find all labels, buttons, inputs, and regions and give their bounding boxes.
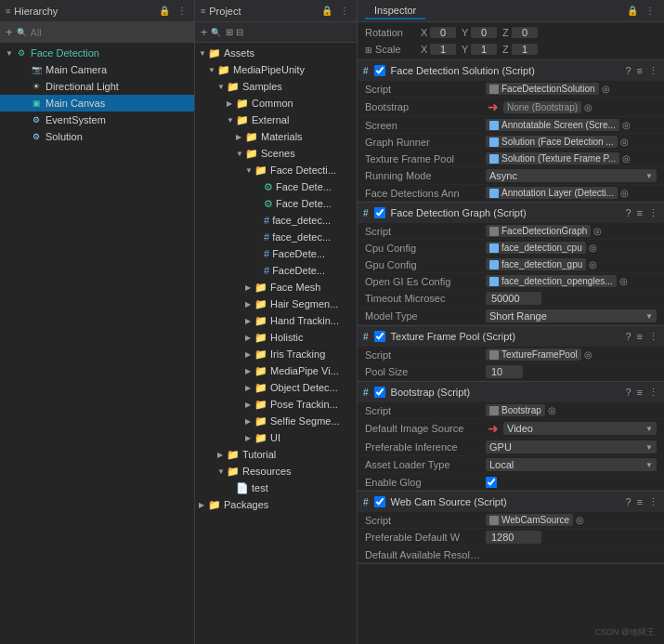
settings-tfp[interactable]: ≡ [637, 331, 643, 343]
ref-fds-graph-runner[interactable]: Solution (Face Detection ... [486, 136, 618, 148]
project-item-scenes[interactable]: ▼ 📁 Scenes [195, 145, 357, 162]
rotation-x-val[interactable]: 0 [430, 27, 456, 38]
project-item-fd5[interactable]: # FaceDete... [195, 245, 357, 262]
ref-bs-script[interactable]: Bootstrap [486, 404, 545, 416]
tab-inspector[interactable]: Inspector [365, 3, 425, 20]
project-item-fd3[interactable]: # face_detec... [195, 212, 357, 229]
hierarchy-add-btn[interactable]: + [6, 25, 13, 39]
project-item-assets[interactable]: ▼ 📁 Assets [195, 45, 357, 61]
ref-fds-bootstrap[interactable]: None (Bootstrap) [503, 101, 581, 113]
checkbox-bs-enable-glog[interactable] [486, 477, 497, 488]
project-item-fd1[interactable]: ⚙ Face Dete... [195, 178, 357, 195]
circle-tfp-script[interactable]: ◎ [584, 349, 592, 360]
ref-fdg-script[interactable]: FaceDetectionGraph [486, 225, 591, 237]
inspector-menu-icon[interactable]: ⋮ [644, 5, 657, 17]
project-item-common[interactable]: ▶ 📁 Common [195, 95, 357, 112]
project-item-pose-trackin[interactable]: ▶ 📁 Pose Trackin... [195, 396, 357, 413]
project-item-fd6[interactable]: # FaceDete... [195, 262, 357, 279]
project-item-ui[interactable]: ▶ 📁 UI [195, 429, 357, 446]
circle-fds-ann[interactable]: ◎ [620, 188, 629, 198]
scale-z-val[interactable]: 1 [512, 44, 538, 55]
project-lock-icon[interactable]: 🔒 [319, 5, 334, 17]
project-item-test[interactable]: 📄 test [195, 480, 357, 496]
project-item-mediapipe-vi[interactable]: ▶ 📁 MediaPipe Vi... [195, 362, 357, 379]
component-texture-frame-pool-header[interactable]: # Texture Frame Pool (Script) ? ≡ ⋮ [358, 326, 664, 347]
hierarchy-lock-icon[interactable]: 🔒 [157, 5, 172, 17]
component-face-detection-graph-header[interactable]: # Face Detection Graph (Script) ? ≡ ⋮ [358, 203, 664, 223]
ref-wcs-script[interactable]: WebCamSource [486, 514, 573, 526]
project-item-object-detec[interactable]: ▶ 📁 Object Detec... [195, 379, 357, 396]
circle-fds-script[interactable]: ◎ [602, 84, 610, 94]
scale-x-val[interactable]: 1 [430, 44, 456, 55]
circle-bs-script[interactable]: ◎ [548, 405, 556, 415]
check-tfp[interactable] [374, 331, 385, 342]
settings-bs[interactable]: ≡ [637, 387, 643, 399]
project-item-tutorial[interactable]: ▶ 📁 Tutorial [195, 446, 357, 463]
project-item-iris-tracking[interactable]: ▶ 📁 Iris Tracking [195, 346, 357, 362]
menu-tfp[interactable]: ⋮ [648, 331, 658, 343]
ref-fds-texture[interactable]: Solution (Texture Frame P... [486, 152, 619, 164]
menu-wcs[interactable]: ⋮ [648, 496, 658, 508]
help-fds[interactable]: ? [625, 65, 631, 77]
ref-fdg-gpu[interactable]: face_detection_gpu [486, 258, 586, 270]
circle-fds-screen[interactable]: ◎ [622, 120, 631, 130]
hierarchy-item-dir-light[interactable]: ☀ Directional Light [0, 78, 194, 95]
value-wcs-pref-default-w[interactable]: 1280 [486, 531, 657, 544]
ref-tfp-script[interactable]: TextureFramePool [486, 348, 581, 361]
project-item-mediapipe[interactable]: ▼ 📁 MediaPipeUnity [195, 61, 357, 78]
text-fdg-timeout[interactable]: 50000 [486, 292, 541, 305]
dropdown-fdg-model-type[interactable]: Short Range ▼ [486, 309, 657, 322]
hierarchy-menu-icon[interactable]: ⋮ [176, 5, 189, 17]
ref-fdg-opengles[interactable]: face_detection_opengles... [486, 275, 617, 287]
circle-fdg-gpu[interactable]: ◎ [589, 259, 597, 269]
circle-fdg-cpu[interactable]: ◎ [589, 243, 597, 253]
help-wcs[interactable]: ? [625, 496, 631, 508]
dropdown-bs-preferable-inference[interactable]: GPU ▼ [486, 440, 657, 453]
check-fds[interactable] [374, 65, 385, 76]
project-item-face-detecti[interactable]: ▼ 📁 Face Detecti... [195, 162, 357, 178]
dropdown-fds-running-mode[interactable]: Async ▼ [486, 169, 657, 182]
hierarchy-item-eventsystem[interactable]: ⚙ EventSystem [0, 112, 194, 128]
circle-fdg-script[interactable]: ◎ [593, 226, 602, 236]
ref-fds-script[interactable]: FaceDetectionSolution [486, 83, 599, 95]
hierarchy-search-input[interactable] [31, 27, 189, 38]
value-fdg-timeout[interactable]: 50000 [486, 292, 657, 305]
text-tfp-pool-size[interactable]: 10 [486, 365, 523, 378]
check-bs[interactable] [374, 387, 385, 398]
circle-fds-bootstrap[interactable]: ◎ [584, 102, 592, 112]
check-fdg[interactable] [374, 207, 385, 218]
hierarchy-item-main-canvas[interactable]: ▣ Main Canvas [0, 95, 194, 112]
menu-fdg[interactable]: ⋮ [648, 207, 658, 219]
hierarchy-item-solution[interactable]: ⚙ Solution [0, 128, 194, 145]
inspector-lock-icon[interactable]: 🔒 [625, 5, 640, 17]
settings-wcs[interactable]: ≡ [637, 496, 643, 508]
circle-fds-graph-runner[interactable]: ◎ [620, 137, 629, 147]
project-item-holistic[interactable]: ▶ 📁 Holistic [195, 329, 357, 346]
project-item-face-mesh[interactable]: ▶ 📁 Face Mesh [195, 279, 357, 296]
project-item-fd2[interactable]: ⚙ Face Dete... [195, 195, 357, 212]
project-item-packages[interactable]: ▶ 📁 Packages [195, 496, 357, 513]
component-bootstrap-header[interactable]: # Bootstrap (Script) ? ≡ ⋮ [358, 382, 664, 402]
dropdown-bs-default-image[interactable]: Video ▼ [503, 422, 657, 435]
circle-fds-texture[interactable]: ◎ [622, 153, 631, 164]
hierarchy-item-main-camera[interactable]: 📷 Main Camera [0, 61, 194, 78]
value-tfp-pool-size[interactable]: 10 [486, 365, 657, 378]
ref-fds-ann[interactable]: Annotation Layer (Detecti... [486, 187, 618, 199]
project-item-materials[interactable]: ▶ 📁 Materials [195, 128, 357, 145]
component-web-cam-source-header[interactable]: # Web Cam Source (Script) ? ≡ ⋮ [358, 492, 664, 512]
ref-fds-screen[interactable]: Annotatable Screen (Scre... [486, 119, 619, 131]
project-item-fd4[interactable]: # face_detec... [195, 229, 357, 245]
ref-fdg-cpu[interactable]: face_detection_cpu [486, 242, 586, 254]
project-icon1[interactable]: ⊞ [226, 27, 233, 37]
project-item-samples[interactable]: ▼ 📁 Samples [195, 78, 357, 95]
menu-bs[interactable]: ⋮ [648, 387, 658, 399]
project-item-resources[interactable]: ▼ 📁 Resources [195, 463, 357, 480]
project-item-hand-trackin[interactable]: ▶ 📁 Hand Trackin... [195, 312, 357, 329]
settings-fds[interactable]: ≡ [637, 65, 643, 77]
project-add-btn[interactable]: + [201, 25, 208, 39]
help-tfp[interactable]: ? [625, 331, 631, 343]
circle-wcs-script[interactable]: ◎ [576, 515, 584, 525]
project-item-selfie-segme[interactable]: ▶ 📁 Selfie Segme... [195, 413, 357, 429]
project-menu-icon[interactable]: ⋮ [338, 5, 351, 17]
settings-fdg[interactable]: ≡ [637, 207, 643, 219]
